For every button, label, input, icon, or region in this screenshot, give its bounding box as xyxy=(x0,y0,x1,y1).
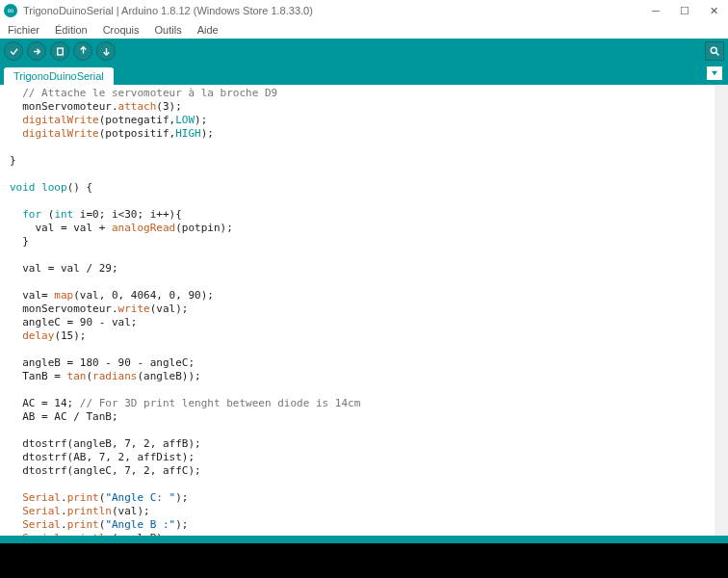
editor-area: // Attache le servomoteur à la broche D9… xyxy=(0,85,728,536)
tab-sketch[interactable]: TrigonoDuinoSerial xyxy=(4,67,114,85)
window-titlebar: TrigonoDuinoSerial | Arduino 1.8.12 (Win… xyxy=(0,0,728,21)
svg-rect-1 xyxy=(57,48,63,55)
window-controls: ─ ☐ ✕ xyxy=(641,0,728,21)
menu-outils[interactable]: Outils xyxy=(151,24,186,36)
svg-point-4 xyxy=(711,47,716,53)
new-button[interactable] xyxy=(50,41,69,61)
code-content: // Attache le servomoteur à la broche D9… xyxy=(10,87,705,536)
status-strip xyxy=(0,536,728,543)
window-title: TrigonoDuinoSerial | Arduino 1.8.12 (Win… xyxy=(23,5,313,16)
menu-fichier[interactable]: Fichier xyxy=(4,24,43,36)
menu-bar: Fichier Édition Croquis Outils Aide xyxy=(0,21,728,39)
upload-button[interactable] xyxy=(27,41,46,61)
toolbar xyxy=(0,39,728,64)
svg-line-5 xyxy=(716,53,719,56)
tab-menu-button[interactable] xyxy=(707,66,722,80)
tab-bar: TrigonoDuinoSerial xyxy=(0,64,728,85)
console-output[interactable] xyxy=(0,543,728,578)
open-button[interactable] xyxy=(73,41,92,61)
save-button[interactable] xyxy=(96,41,116,61)
minimize-button[interactable]: ─ xyxy=(641,0,670,21)
maximize-button[interactable]: ☐ xyxy=(670,0,699,21)
serial-monitor-button[interactable] xyxy=(705,41,724,61)
menu-croquis[interactable]: Croquis xyxy=(99,24,143,36)
close-button[interactable]: ✕ xyxy=(699,0,728,21)
vertical-scrollbar[interactable] xyxy=(715,85,728,536)
menu-aide[interactable]: Aide xyxy=(194,24,222,36)
menu-edition[interactable]: Édition xyxy=(51,24,91,36)
verify-button[interactable] xyxy=(4,41,23,61)
svg-marker-6 xyxy=(712,71,717,76)
app-icon xyxy=(4,4,17,17)
code-editor[interactable]: // Attache le servomoteur à la broche D9… xyxy=(0,85,715,536)
